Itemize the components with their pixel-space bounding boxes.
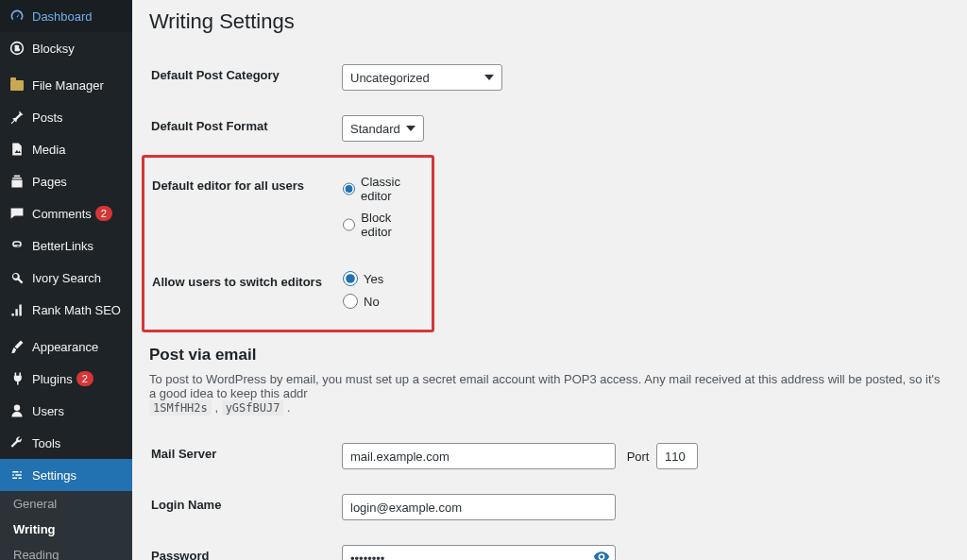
main-content: Writing Settings Default Post Category U… [132,0,967,560]
radio-label: Classic editor [361,175,415,203]
radio-label: Block editor [361,211,415,239]
pin-icon [8,108,26,127]
submenu-item-writing[interactable]: Writing [0,517,132,542]
sidebar-item-label: Tools [32,436,60,450]
sidebar-item-rank-math-seo[interactable]: Rank Math SEO [0,294,132,326]
sidebar-item-settings[interactable]: Settings [0,459,132,491]
sidebar-item-betterlinks[interactable]: BetterLinks [0,229,132,262]
sidebar-item-posts[interactable]: Posts [0,101,132,133]
sidebar-item-label: Users [32,404,64,418]
count-badge: 2 [76,371,93,386]
sidebar-item-label: Rank Math SEO [32,303,121,317]
switch-editors-option[interactable]: Yes [343,271,415,286]
admin-sidebar: DashboardBlocksyFile ManagerPostsMediaPa… [0,0,132,560]
sidebar-item-tools[interactable]: Tools [0,427,132,459]
sidebar-item-blocksy[interactable]: Blocksy [0,32,132,64]
plug-icon [8,369,26,388]
login-name-label: Login Name [151,483,331,532]
sidebar-item-label: Settings [32,468,76,483]
seo-icon [8,300,26,319]
sidebar-item-label: Plugins [32,372,73,386]
sidebar-item-label: Comments [32,207,92,221]
default-editor-radio[interactable] [343,181,355,196]
sidebar-item-label: Appearance [32,340,98,354]
switch-editors-radio[interactable] [343,294,358,309]
sidebar-item-pages[interactable]: Pages [0,165,132,197]
eye-icon [593,549,610,561]
port-input[interactable] [656,443,698,469]
random-code-2: yGSfBUJ7 [222,400,284,416]
sidebar-item-label: BetterLinks [32,239,93,253]
sidebar-item-label: Media [32,143,65,157]
mail-server-label: Mail Server [151,432,331,481]
sidebar-item-users[interactable]: Users [0,395,132,427]
media-icon [8,140,26,159]
random-code-1: 1SMfHH2s [149,400,212,416]
brush-icon [8,337,26,356]
sidebar-item-label: Blocksy [32,42,75,56]
switch-editors-radio[interactable] [343,271,358,286]
default-editor-option[interactable]: Classic editor [343,175,415,203]
page-title: Writing Settings [149,9,950,34]
count-badge: 2 [95,206,112,221]
sidebar-item-label: Pages [32,175,67,189]
password-input[interactable] [342,545,616,560]
password-label: Password [151,534,331,560]
sidebar-item-ivory-search[interactable]: Ivory Search [0,262,132,294]
radio-label: Yes [364,272,383,286]
default-editor-label: Default editor for all users [152,163,331,258]
default-category-label: Default Post Category [151,53,331,102]
default-category-select[interactable]: Uncategorized [342,64,502,91]
sidebar-item-plugins[interactable]: Plugins2 [0,363,132,395]
sidebar-item-appearance[interactable]: Appearance [0,331,132,363]
pages-icon [8,172,26,191]
default-editor-option[interactable]: Block editor [343,211,415,239]
submenu-item-reading[interactable]: Reading [0,542,132,560]
radio-label: No [364,295,380,309]
blocksy-icon [8,39,26,58]
sidebar-item-file-manager[interactable]: File Manager [0,69,132,101]
search-icon [8,268,26,287]
settings-icon [8,466,26,484]
sidebar-item-media[interactable]: Media [0,133,132,165]
folder-icon [8,76,26,94]
port-label: Port [627,450,650,464]
sidebar-item-label: Posts [32,110,63,125]
post-via-email-description: To post to WordPress by email, you must … [149,372,950,415]
sidebar-item-label: Ivory Search [32,271,101,285]
default-editor-radio[interactable] [343,217,355,232]
submenu-item-general[interactable]: General [0,491,132,517]
tools-icon [8,433,26,452]
mail-server-input[interactable] [342,443,616,469]
editor-settings-highlight: Default editor for all users Classic edi… [142,155,434,332]
default-format-label: Default Post Format [151,104,331,153]
post-via-email-heading: Post via email [149,346,950,365]
default-format-select[interactable]: Standard [342,115,424,142]
link-icon [8,236,26,255]
user-icon [8,401,26,420]
comment-icon [8,204,26,223]
password-visibility-toggle[interactable] [593,549,610,561]
switch-editors-label: Allow users to switch editors [152,260,331,328]
sidebar-item-label: Dashboard [32,9,93,24]
sidebar-item-comments[interactable]: Comments2 [0,197,132,229]
sidebar-item-dashboard[interactable]: Dashboard [0,0,132,32]
dashboard-icon [8,7,26,25]
sidebar-item-label: File Manager [32,78,104,93]
switch-editors-option[interactable]: No [343,294,415,309]
login-name-input[interactable] [342,494,616,520]
